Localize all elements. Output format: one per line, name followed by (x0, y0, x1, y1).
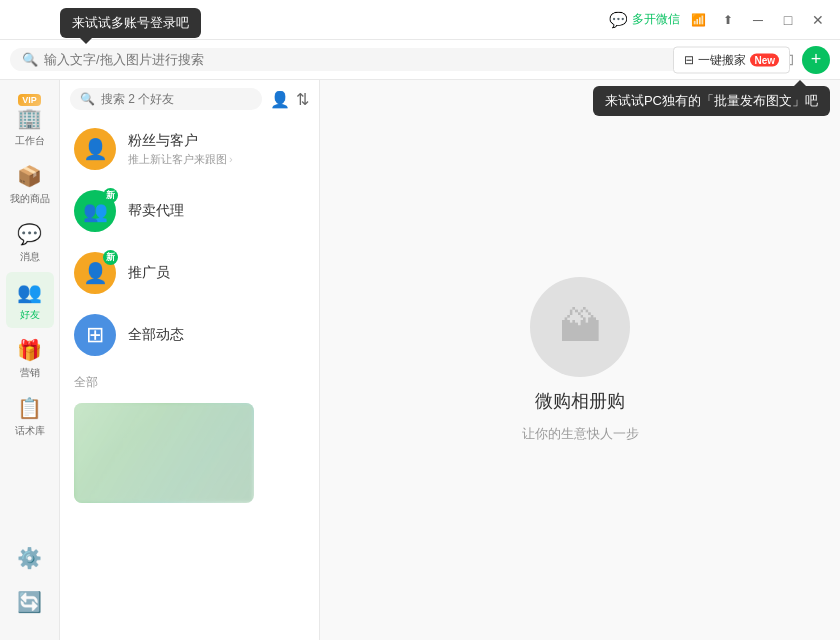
section-all-title: 全部 (60, 366, 319, 395)
avatar-fans-icon: 👤 (83, 137, 108, 161)
library-icon: 📋 (16, 394, 44, 422)
avatar-agent-icon: 👥 (83, 199, 108, 223)
contact-panel: 🔍 👤 ⇅ 👤 粉丝与客户 推上新让客户来跟图 › (60, 80, 320, 640)
contact-info-promoter: 推广员 (128, 264, 305, 282)
contact-name-fans: 粉丝与客户 (128, 132, 305, 150)
search-bar: 🔍 ⊡ ⊟ 一键搬家 New + 来试试PC独有的「批量发布图文」吧 (0, 40, 840, 80)
mountain-icon: 🏔 (559, 303, 601, 351)
sidebar-item-settings[interactable]: ⚙️ (6, 538, 54, 578)
contact-info-agent: 帮卖代理 (128, 202, 305, 220)
contact-item-promoter[interactable]: 👤 新 推广员 (60, 242, 319, 304)
sidebar-item-refresh[interactable]: 🔄 (6, 582, 54, 622)
avatar-all-activity: ⊞ (74, 314, 116, 356)
contact-item-all-activity[interactable]: ⊞ 全部动态 (60, 304, 319, 366)
sidebar-label-marketing: 营销 (20, 366, 40, 380)
content-subtitle: 让你的生意快人一步 (522, 425, 639, 443)
sidebar: VIP 🏢 工作台 📦 我的商品 💬 消息 👥 好友 🎁 营销 📋 话术库 (0, 80, 60, 640)
contact-name-promoter: 推广员 (128, 264, 305, 282)
tooltip-login: 来试试多账号登录吧 (60, 8, 201, 38)
sidebar-label-message: 消息 (20, 250, 40, 264)
sidebar-item-message[interactable]: 💬 消息 (6, 214, 54, 270)
contact-action-icons: 👤 ⇅ (270, 90, 309, 109)
content-icon-wrap: 🏔 (530, 277, 630, 377)
thumbnail-image (74, 403, 254, 503)
avatar-promoter: 👤 新 (74, 252, 116, 294)
signal-icon: 📶 (686, 8, 710, 32)
contact-item-fans[interactable]: 👤 粉丝与客户 推上新让客户来跟图 › (60, 118, 319, 180)
avatar-promoter-icon: 👤 (83, 261, 108, 285)
search-input[interactable] (44, 52, 759, 67)
multi-wechat-label[interactable]: 💬 多开微信 (609, 11, 680, 29)
avatar-fans: 👤 (74, 128, 116, 170)
sidebar-label-friends: 好友 (20, 308, 40, 322)
promoter-new-dot: 新 (103, 250, 118, 265)
sidebar-item-marketing[interactable]: 🎁 营销 (6, 330, 54, 386)
avatar-all-activity-icon: ⊞ (86, 322, 104, 348)
contact-search-wrap: 🔍 👤 ⇅ (60, 80, 319, 118)
message-icon: 💬 (16, 220, 44, 248)
contact-search-icon: 🔍 (80, 92, 95, 106)
thumbnail-blur (74, 403, 254, 503)
sidebar-label-workspace: 工作台 (15, 134, 45, 148)
new-badge: New (750, 53, 779, 66)
workspace-icon: 🏢 (16, 104, 44, 132)
contact-info-fans: 粉丝与客户 推上新让客户来跟图 › (128, 132, 305, 167)
contact-item-agent[interactable]: 👥 新 帮卖代理 (60, 180, 319, 242)
restore-button[interactable]: □ (776, 8, 800, 32)
settings-icon: ⚙️ (16, 544, 44, 572)
avatar-agent: 👥 新 (74, 190, 116, 232)
thumbnail-wrap (60, 395, 319, 511)
content-title: 微购相册购 (535, 389, 625, 413)
add-contact-icon[interactable]: 👤 (270, 90, 290, 109)
search-icon: 🔍 (22, 52, 38, 67)
contact-search[interactable]: 🔍 (70, 88, 262, 110)
contact-name-all-activity: 全部动态 (128, 326, 305, 344)
agent-new-dot: 新 (103, 188, 118, 203)
sidebar-bottom: ⚙️ 🔄 (6, 538, 54, 632)
sidebar-item-friends[interactable]: 👥 好友 (6, 272, 54, 328)
contact-name-agent: 帮卖代理 (128, 202, 305, 220)
minimize-button[interactable]: ─ (746, 8, 770, 32)
sidebar-label-goods: 我的商品 (10, 192, 50, 206)
title-bar: 来试试多账号登录吧 💬 多开微信 📶 ⬆ ─ □ ✕ (0, 0, 840, 40)
refresh-icon: 🔄 (16, 588, 44, 616)
sidebar-item-vip[interactable]: VIP 🏢 工作台 (6, 88, 54, 154)
add-button[interactable]: + (802, 46, 830, 74)
contact-list: 👤 粉丝与客户 推上新让客户来跟图 › 👥 新 帮卖代理 (60, 118, 319, 640)
sidebar-item-goods[interactable]: 📦 我的商品 (6, 156, 54, 212)
tooltip-batch: 来试试PC独有的「批量发布图文」吧 (593, 86, 830, 116)
sidebar-item-library[interactable]: 📋 话术库 (6, 388, 54, 444)
title-bar-right: 💬 多开微信 📶 ⬆ ─ □ ✕ (609, 8, 830, 32)
one-click-migrate-button[interactable]: ⊟ 一键搬家 New (673, 46, 790, 73)
goods-icon: 📦 (16, 162, 44, 190)
marketing-icon: 🎁 (16, 336, 44, 364)
contact-sub-fans: 推上新让客户来跟图 › (128, 152, 305, 167)
contact-search-input[interactable] (101, 92, 252, 106)
content-panel: 🏔 微购相册购 让你的生意快人一步 (320, 80, 840, 640)
search-input-wrap[interactable]: 🔍 (10, 48, 771, 71)
upload-icon: ⬆ (716, 8, 740, 32)
arrow-icon-fans: › (229, 153, 233, 165)
sort-icon[interactable]: ⇅ (296, 90, 309, 109)
wechat-icon: 💬 (609, 11, 628, 29)
sidebar-label-library: 话术库 (15, 424, 45, 438)
close-button[interactable]: ✕ (806, 8, 830, 32)
main-layout: VIP 🏢 工作台 📦 我的商品 💬 消息 👥 好友 🎁 营销 📋 话术库 (0, 80, 840, 640)
friends-icon: 👥 (16, 278, 44, 306)
migrate-icon: ⊟ (684, 53, 694, 67)
contact-info-all-activity: 全部动态 (128, 326, 305, 344)
